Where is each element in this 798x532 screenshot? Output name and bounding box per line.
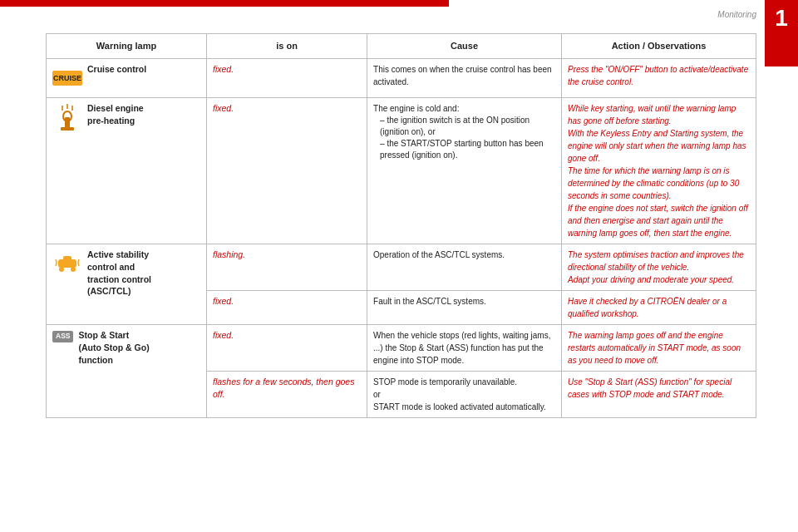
warning-lamp-content: ASS Stop & Start(Auto Stop & Go)function — [52, 329, 200, 366]
action-text: The system optimises traction and improv… — [568, 250, 744, 284]
ass-icon-wrapper: ASS — [52, 329, 73, 344]
action-text: Use "Stop & Start (ASS) function" for sp… — [568, 377, 732, 399]
is-on-text: flashes for a few seconds, then goes off… — [213, 377, 354, 399]
col-header-warning-lamp: Warning lamp — [47, 34, 207, 59]
is-on-cell-cruise: fixed. — [207, 59, 367, 98]
cause-text: This comes on when the cruise control ha… — [373, 65, 552, 86]
is-on-cell-stopstart-1: fixed. — [207, 325, 367, 372]
preheat-icon — [54, 102, 81, 132]
is-on-cell-asctcl-1: flashing. — [207, 244, 367, 291]
warning-lamp-cell-cruise: CRUISE Cruise control — [47, 59, 207, 98]
asctcl-icon — [53, 249, 81, 278]
table-header-row: Warning lamp is on Cause Action / Observ… — [47, 34, 756, 59]
action-cell-asctcl-2: Have it checked by a CITROËN dealer or a… — [562, 291, 756, 325]
action-text: The warning lamp goes off and the engine… — [568, 331, 741, 365]
col-header-is-on: is on — [207, 34, 367, 59]
cause-cell-preheat: The engine is cold and: the ignition swi… — [367, 98, 562, 244]
is-on-text: fixed. — [213, 64, 234, 74]
cause-cell-cruise: This comes on when the cruise control ha… — [367, 59, 562, 98]
action-cell-stopstart-2: Use "Stop & Start (ASS) function" for sp… — [562, 372, 756, 418]
warning-lamp-cell-stopstart: ASS Stop & Start(Auto Stop & Go)function — [47, 325, 207, 418]
table-row: CRUISE Cruise control fixed. This comes … — [47, 59, 756, 98]
col-header-cause: Cause — [367, 34, 562, 59]
action-cell-stopstart-1: The warning lamp goes off and the engine… — [562, 325, 756, 372]
is-on-text: fixed. — [213, 296, 234, 306]
svg-rect-9 — [63, 256, 71, 261]
col-header-action: Action / Observations — [562, 34, 756, 59]
action-cell-cruise: Press the "ON/OFF" button to activate/de… — [562, 59, 756, 98]
warning-lamp-content: Diesel enginepre-heating — [52, 102, 200, 132]
main-table: Warning lamp is on Cause Action / Observ… — [46, 33, 756, 418]
cause-list: the ignition switch is at the ON positio… — [373, 115, 555, 161]
warning-lamp-content: Active stabilitycontrol andtraction cont… — [52, 249, 200, 298]
preheat-icon-wrapper — [52, 102, 82, 132]
cause-cell-asctcl-1: Operation of the ASC/TCL systems. — [367, 244, 562, 291]
svg-point-7 — [59, 267, 64, 272]
cruise-icon-wrapper: CRUISE — [52, 63, 82, 93]
action-cell-asctcl-1: The system optimises traction and improv… — [562, 244, 756, 291]
warning-lamp-content: CRUISE Cruise control — [52, 63, 200, 93]
section-label: Monitoring — [717, 10, 756, 19]
action-text: While key starting, wait until the warni… — [568, 104, 748, 238]
svg-rect-0 — [65, 117, 70, 129]
is-on-cell-asctcl-2: fixed. — [207, 291, 367, 325]
page-number-block: 1 — [765, 0, 798, 66]
warning-lamp-cell-asctcl: Active stabilitycontrol andtraction cont… — [47, 244, 207, 325]
list-item: the ignition switch is at the ON positio… — [380, 115, 555, 138]
table-container: Warning lamp is on Cause Action / Observ… — [46, 33, 756, 515]
page-wrapper: Monitoring 1 Warning lamp is on Cause Ac… — [0, 0, 798, 532]
cause-cell-stopstart-1: When the vehicle stops (red lights, wait… — [367, 325, 562, 372]
is-on-cell-stopstart-2: flashes for a few seconds, then goes off… — [207, 372, 367, 418]
cruise-icon: CRUISE — [52, 71, 82, 86]
page-number: 1 — [775, 7, 788, 30]
list-item: the START/STOP starting button has been … — [380, 138, 555, 161]
svg-point-8 — [71, 267, 76, 272]
cause-cell-stopstart-2: STOP mode is temporarily unavailable.orS… — [367, 372, 562, 418]
table-row: Active stabilitycontrol andtraction cont… — [47, 244, 756, 291]
warning-lamp-name: Stop & Start(Auto Stop & Go)function — [78, 329, 149, 366]
is-on-cell-preheat: fixed. — [207, 98, 367, 244]
table-row: ASS Stop & Start(Auto Stop & Go)function… — [47, 325, 756, 372]
action-cell-preheat: While key starting, wait until the warni… — [562, 98, 756, 244]
cause-text: When the vehicle stops (red lights, wait… — [373, 331, 550, 365]
warning-lamp-cell-preheat: Diesel enginepre-heating — [47, 98, 207, 244]
cause-text: Fault in the ASC/TCL systems. — [373, 297, 486, 306]
cause-text: Operation of the ASC/TCL systems. — [373, 250, 505, 259]
warning-lamp-name: Diesel enginepre-heating — [87, 102, 144, 126]
top-bar — [0, 0, 449, 7]
table-row: Diesel enginepre-heating fixed. The engi… — [47, 98, 756, 244]
cause-intro: The engine is cold and: — [373, 104, 459, 113]
is-on-text: flashing. — [213, 249, 245, 259]
asctcl-icon-wrapper — [52, 249, 82, 278]
warning-lamp-name: Active stabilitycontrol andtraction cont… — [87, 249, 151, 298]
warning-lamp-name: Cruise control — [87, 63, 146, 76]
svg-rect-5 — [61, 127, 74, 131]
ass-icon: ASS — [52, 331, 73, 342]
cause-cell-asctcl-2: Fault in the ASC/TCL systems. — [367, 291, 562, 325]
action-text: Have it checked by a CITROËN dealer or a… — [568, 297, 727, 318]
action-text: Press the "ON/OFF" button to activate/de… — [568, 65, 748, 86]
is-on-text: fixed. — [213, 330, 234, 340]
is-on-text: fixed. — [213, 103, 234, 113]
cause-text: STOP mode is temporarily unavailable.orS… — [373, 377, 546, 411]
